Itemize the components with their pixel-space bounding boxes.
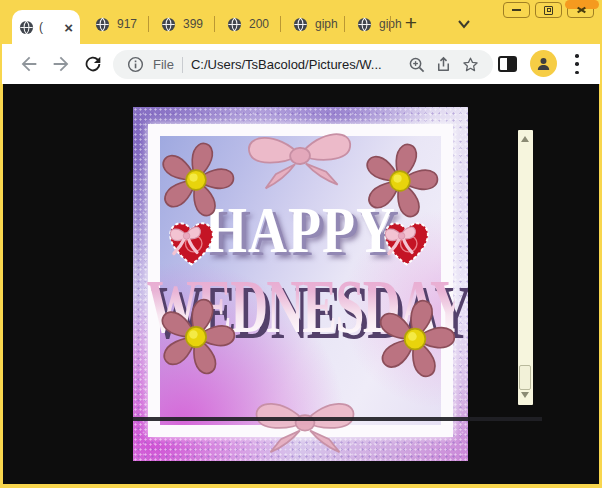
- back-button[interactable]: [18, 53, 40, 75]
- browser-toolbar: File C:/Users/TsBacolod/Pictures/W...: [2, 44, 600, 84]
- globe-icon: [161, 17, 176, 32]
- tab-3[interactable]: 399: [152, 12, 210, 36]
- tab-title: 200: [249, 17, 269, 31]
- forward-button[interactable]: [50, 53, 72, 75]
- minimize-button[interactable]: [503, 2, 530, 18]
- info-icon[interactable]: [126, 55, 145, 74]
- window-controls: [503, 2, 594, 18]
- menu-icon[interactable]: [575, 54, 579, 74]
- tab-strip: ( × 917 399 200 giph: [0, 0, 602, 44]
- new-tab-button[interactable]: +: [399, 11, 423, 35]
- tab-separator: [390, 16, 391, 32]
- tab-separator: [148, 16, 149, 32]
- bow-icon: [244, 391, 366, 453]
- close-button[interactable]: [567, 2, 594, 18]
- globe-icon: [357, 17, 372, 32]
- tab-title: 917: [117, 17, 137, 31]
- scroll-down-icon[interactable]: [521, 392, 529, 398]
- flower-icon: [154, 295, 238, 379]
- page-viewport: HAPPY WEDNESDAY WEDNESDAY: [3, 84, 599, 484]
- tab-5[interactable]: giph: [284, 12, 342, 36]
- profile-avatar[interactable]: [530, 50, 557, 77]
- heart-icon: [379, 216, 434, 269]
- reload-button[interactable]: [82, 53, 104, 75]
- globe-icon: [227, 17, 242, 32]
- flower-icon: [155, 139, 237, 221]
- url-text: C:/Users/TsBacolod/Pictures/W...: [191, 57, 399, 72]
- chevron-down-icon[interactable]: [456, 17, 472, 31]
- heart-icon: [164, 216, 219, 269]
- horizontal-dark-line: [133, 417, 542, 421]
- globe-icon: [95, 17, 110, 32]
- minimize-icon: [512, 9, 521, 11]
- tab-title: giph: [315, 17, 338, 31]
- scrollbar[interactable]: [518, 130, 533, 405]
- close-tab-icon[interactable]: ×: [64, 20, 73, 35]
- address-bar[interactable]: File C:/Users/TsBacolod/Pictures/W...: [113, 50, 493, 79]
- tab-6[interactable]: giph: [348, 12, 406, 36]
- scheme-chip: File: [153, 57, 174, 72]
- flower-icon: [359, 140, 441, 222]
- happy-wednesday-image: HAPPY WEDNESDAY WEDNESDAY: [133, 107, 468, 461]
- maximize-icon: [544, 6, 553, 15]
- star-icon[interactable]: [461, 55, 480, 74]
- scrollbar-thumb[interactable]: [519, 365, 531, 390]
- scroll-up-icon[interactable]: [521, 136, 529, 142]
- bow-icon: [235, 119, 364, 192]
- browser-window: ( × 917 399 200 giph: [0, 0, 602, 488]
- tab-active[interactable]: ( ×: [12, 10, 80, 44]
- magnifier-plus-icon[interactable]: [407, 55, 426, 74]
- share-icon[interactable]: [434, 55, 453, 74]
- tab-separator: [344, 16, 345, 32]
- tab-separator: [280, 16, 281, 32]
- tab-separator: [214, 16, 215, 32]
- globe-icon: [293, 17, 308, 32]
- globe-icon: [19, 20, 34, 35]
- tab-2[interactable]: 917: [86, 12, 144, 36]
- maximize-button[interactable]: [535, 2, 562, 18]
- tab-4[interactable]: 200: [218, 12, 276, 36]
- side-panel-icon[interactable]: [498, 56, 517, 72]
- flower-icon: [372, 296, 458, 382]
- close-icon: [577, 7, 585, 13]
- person-icon: [535, 55, 552, 72]
- omnibox-divider: [182, 57, 183, 73]
- tab-title: (: [39, 20, 50, 34]
- tab-title: 399: [183, 17, 203, 31]
